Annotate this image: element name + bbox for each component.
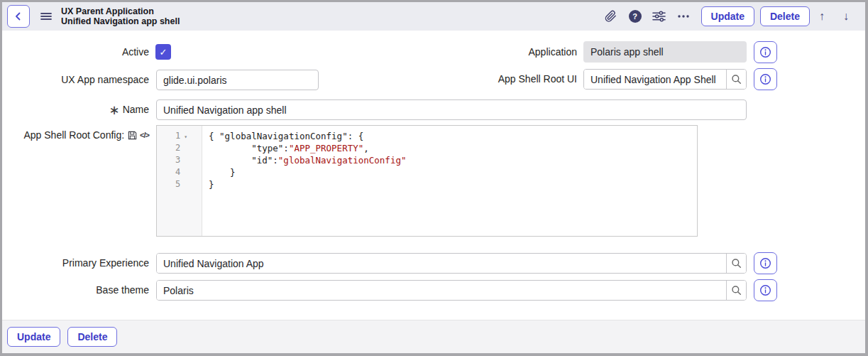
line-number: 3 [157,154,202,166]
form-header: UX Parent Application Unified Navigation… [2,2,865,31]
application-label: Application [428,42,577,63]
info-icon [759,284,771,296]
code-line[interactable]: "type":"APP_PROPERTY", [209,142,697,154]
form-footer: Update Delete [2,320,865,353]
base-theme-field [156,280,747,301]
ellipsis-icon [677,14,690,18]
info-icon [759,73,771,85]
page-title: UX Parent Application Unified Navigation… [61,6,180,26]
header-actions: ? Update Delete ↑ [599,6,858,27]
primary-experience-lookup-button[interactable] [726,254,746,273]
app-shell-root-ui-input[interactable] [584,70,726,89]
more-options-button[interactable] [671,6,696,27]
line-number: 1▾ [157,130,202,142]
ux-app-namespace-label: UX App namespace [2,70,149,90]
search-icon [731,74,742,85]
code-line[interactable]: } [209,166,697,178]
form-body: Active ✓ Application Polaris app shell U… [2,31,865,320]
info-icon [759,257,771,269]
back-button[interactable] [7,5,30,28]
code-icon[interactable]: </> [140,125,149,146]
config-code-editor[interactable]: 1▾2345 { "globalNavigationConfig": { "ty… [156,125,698,237]
update-button-header[interactable]: Update [701,6,754,26]
required-marker: ∗ [109,103,120,117]
active-checkbox[interactable]: ✓ [155,44,171,60]
personalize-form-button[interactable] [647,6,671,27]
help-icon: ? [629,10,642,23]
chevron-left-icon [13,11,23,21]
base-theme-input[interactable] [157,281,726,300]
search-icon [731,258,742,269]
name-input[interactable] [156,99,747,120]
code-line[interactable]: { "globalNavigationConfig": { [209,130,697,142]
paperclip-icon [605,10,617,23]
primary-experience-input[interactable] [157,254,726,273]
update-button-footer[interactable]: Update [7,327,60,347]
primary-experience-label: Primary Experience [2,253,149,274]
help-button[interactable]: ? [623,6,647,27]
primary-experience-info-button[interactable] [754,252,777,274]
save-icon[interactable] [127,130,138,141]
line-number: 5 [157,178,202,190]
sliders-icon [652,11,666,22]
app-shell-root-ui-lookup-button[interactable] [726,70,746,89]
code-line[interactable]: } [209,178,697,190]
next-record-icon[interactable]: ↓ [834,6,858,27]
record-form-window: UX Parent Application Unified Navigation… [0,0,868,356]
code-gutter: 1▾2345 [157,126,202,236]
active-label: Active [2,42,149,63]
attachment-button[interactable] [599,6,623,27]
info-icon [759,46,771,58]
ux-app-namespace-input[interactable] [156,70,319,90]
code-lines[interactable]: { "globalNavigationConfig": { "type":"AP… [202,126,697,236]
app-shell-root-ui-label: App Shell Root UI [428,69,577,90]
application-info-button[interactable] [754,41,777,63]
base-theme-label: Base theme [2,280,149,301]
delete-button-footer[interactable]: Delete [67,327,117,347]
app-shell-root-config-label: App Shell Root Config: </> [2,125,149,146]
context-menu-icon[interactable] [40,12,52,21]
check-icon: ✓ [160,47,167,58]
page-title-line2: Unified Navigation app shell [61,16,180,26]
previous-record-icon[interactable]: ↑ [810,6,834,27]
name-label: ∗Name [2,99,149,121]
line-number: 2 [157,142,202,154]
search-icon [731,285,742,296]
application-field: Polaris app shell [583,41,747,63]
fold-arrow-icon[interactable]: ▾ [184,134,187,140]
hamburger-icon [40,12,52,21]
app-shell-root-ui-info-button[interactable] [754,68,777,90]
delete-button-header[interactable]: Delete [760,6,810,26]
primary-experience-field [156,253,747,274]
base-theme-lookup-button[interactable] [726,281,746,300]
app-shell-root-ui-field [583,69,747,90]
page-title-line1: UX Parent Application [61,6,180,16]
base-theme-info-button[interactable] [754,279,777,301]
line-number: 4 [157,166,202,178]
code-line[interactable]: "id":"globalNavigationConfig" [209,154,697,166]
